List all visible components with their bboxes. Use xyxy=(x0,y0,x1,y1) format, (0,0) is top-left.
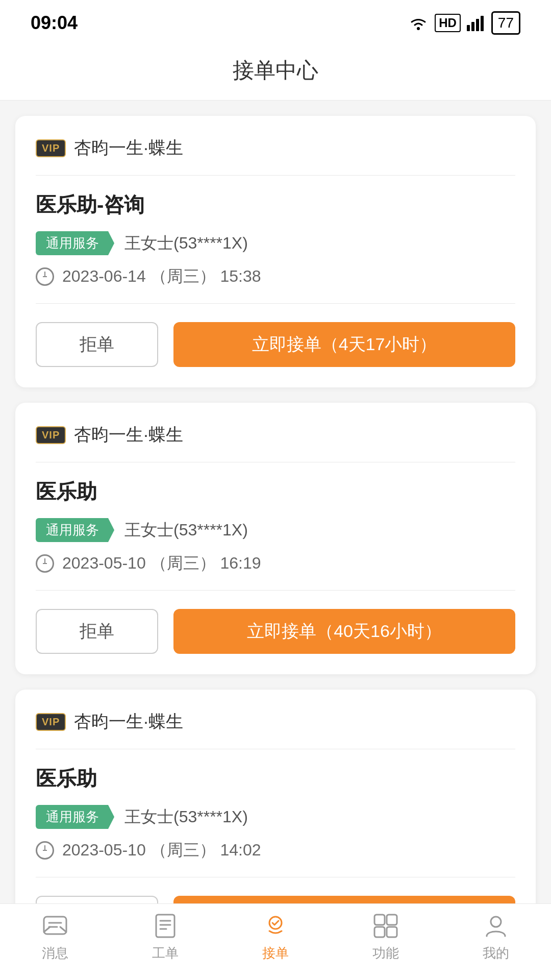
svg-rect-3 xyxy=(476,19,479,31)
wifi-icon xyxy=(408,15,429,31)
workorder-icon xyxy=(151,912,180,940)
nav-item-workorder[interactable]: 工单 xyxy=(151,912,180,962)
card-actions-1: 拒单 立即接单（4天17小时） xyxy=(36,322,515,367)
card-header-1: VIP 杏昀一生·蝶生 xyxy=(36,136,515,176)
svg-point-17 xyxy=(491,917,501,927)
svg-rect-8 xyxy=(156,915,174,937)
vip-badge-1: VIP xyxy=(36,139,66,157)
order-card-1: VIP 杏昀一生·蝶生 医乐助-咨询 通用服务 王女士(53****1X) 20… xyxy=(15,116,536,387)
nav-item-mine[interactable]: 我的 xyxy=(482,912,510,962)
service-info-3: 通用服务 王女士(53****1X) xyxy=(36,805,515,829)
clock-icon-2 xyxy=(36,554,54,573)
page-title: 接单中心 xyxy=(0,56,551,85)
card-user-1: 杏昀一生·蝶生 xyxy=(74,136,183,160)
clock-icon-3 xyxy=(36,841,54,860)
nav-label-mine: 我的 xyxy=(483,944,509,962)
time-row-3: 2023-05-10 （周三） 14:02 xyxy=(36,839,515,877)
hd-badge: HD xyxy=(435,14,461,32)
svg-rect-14 xyxy=(387,915,397,925)
nav-label-accept: 接单 xyxy=(262,944,289,962)
svg-point-0 xyxy=(417,27,420,30)
functions-icon xyxy=(371,912,400,940)
vip-badge-3: VIP xyxy=(36,713,66,731)
page-header: 接单中心 xyxy=(0,41,551,101)
service-customer-2: 王女士(53****1X) xyxy=(124,519,248,542)
service-title-1: 医乐助-咨询 xyxy=(36,191,515,219)
nav-item-messages[interactable]: 消息 xyxy=(41,912,69,962)
vip-badge-2: VIP xyxy=(36,426,66,444)
reject-button-2[interactable]: 拒单 xyxy=(36,609,158,654)
messages-icon xyxy=(41,912,69,940)
service-customer-1: 王女士(53****1X) xyxy=(124,232,248,255)
mine-icon xyxy=(482,912,510,940)
reject-button-1[interactable]: 拒单 xyxy=(36,322,158,367)
service-customer-3: 王女士(53****1X) xyxy=(124,806,248,828)
time-row-2: 2023-05-10 （周三） 16:19 xyxy=(36,552,515,591)
service-tag-3: 通用服务 xyxy=(36,805,114,829)
card-header-2: VIP 杏昀一生·蝶生 xyxy=(36,423,515,462)
svg-rect-2 xyxy=(471,22,474,31)
status-time: 09:04 xyxy=(31,12,78,34)
time-row-1: 2023-06-14 （周三） 15:38 xyxy=(36,265,515,304)
bottom-nav: 消息 工单 接单 xyxy=(0,903,551,980)
status-bar: 09:04 HD 77 xyxy=(0,0,551,41)
service-tag-1: 通用服务 xyxy=(36,231,114,255)
svg-rect-4 xyxy=(481,16,484,31)
svg-rect-13 xyxy=(374,915,385,925)
service-info-1: 通用服务 王女士(53****1X) xyxy=(36,231,515,255)
accept-button-2[interactable]: 立即接单（40天16小时） xyxy=(173,609,515,654)
svg-rect-15 xyxy=(374,927,385,937)
nav-label-workorder: 工单 xyxy=(152,944,179,962)
nav-item-functions[interactable]: 功能 xyxy=(371,912,400,962)
accept-button-1[interactable]: 立即接单（4天17小时） xyxy=(173,322,515,367)
time-text-1: 2023-06-14 （周三） 15:38 xyxy=(62,265,261,288)
service-tag-2: 通用服务 xyxy=(36,518,114,542)
battery-icon: 77 xyxy=(491,11,520,35)
signal-icon xyxy=(467,15,485,31)
time-text-3: 2023-05-10 （周三） 14:02 xyxy=(62,839,261,862)
svg-rect-1 xyxy=(467,25,470,31)
clock-icon-1 xyxy=(36,267,54,286)
accept-icon xyxy=(261,912,290,940)
service-info-2: 通用服务 王女士(53****1X) xyxy=(36,518,515,542)
card-actions-2: 拒单 立即接单（40天16小时） xyxy=(36,609,515,654)
card-header-3: VIP 杏昀一生·蝶生 xyxy=(36,710,515,749)
order-card-2: VIP 杏昀一生·蝶生 医乐助 通用服务 王女士(53****1X) 2023-… xyxy=(15,403,536,674)
nav-label-functions: 功能 xyxy=(372,944,399,962)
card-user-2: 杏昀一生·蝶生 xyxy=(74,423,183,447)
svg-rect-16 xyxy=(387,927,397,937)
status-icons: HD 77 xyxy=(408,11,520,35)
nav-item-accept[interactable]: 接单 xyxy=(261,912,290,962)
content-area: VIP 杏昀一生·蝶生 医乐助-咨询 通用服务 王女士(53****1X) 20… xyxy=(0,101,551,980)
time-text-2: 2023-05-10 （周三） 16:19 xyxy=(62,552,261,575)
svg-rect-5 xyxy=(44,917,66,934)
card-user-3: 杏昀一生·蝶生 xyxy=(74,710,183,733)
service-title-3: 医乐助 xyxy=(36,765,515,793)
nav-label-messages: 消息 xyxy=(42,944,68,962)
service-title-2: 医乐助 xyxy=(36,478,515,506)
